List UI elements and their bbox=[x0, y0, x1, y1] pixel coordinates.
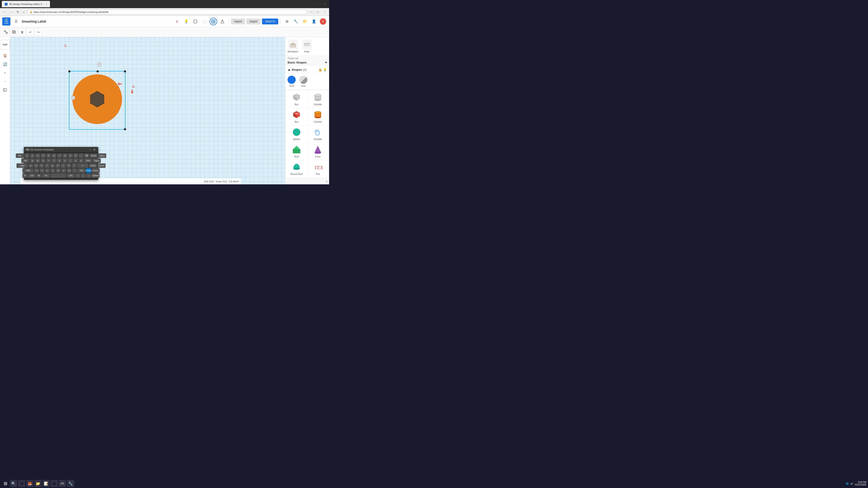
shape-icon[interactable] bbox=[191, 18, 199, 25]
keyboard-minimize[interactable]: ─ bbox=[88, 148, 92, 151]
key-enter[interactable]: ↵ bbox=[77, 163, 88, 168]
key-shift[interactable]: Shift bbox=[22, 168, 34, 173]
basic-shapes-dropdown[interactable]: ▾ bbox=[325, 61, 327, 64]
solid-type[interactable]: Solid bbox=[287, 76, 296, 87]
key-m[interactable]: m bbox=[67, 168, 72, 173]
key-win-l[interactable]: ⊞ bbox=[36, 173, 41, 178]
rotation-handle-right[interactable] bbox=[71, 96, 75, 100]
key-k[interactable]: k bbox=[66, 163, 71, 168]
key-1[interactable]: 1 bbox=[24, 153, 29, 158]
key-pause[interactable]: Pause bbox=[97, 163, 105, 168]
shape-item-sphere[interactable]: Sphere bbox=[286, 125, 307, 142]
key-3[interactable]: 3 bbox=[35, 153, 40, 158]
folder-btn[interactable]: 📁 bbox=[301, 18, 309, 25]
key-o[interactable]: o bbox=[73, 158, 78, 163]
undo-btn[interactable]: ↩ bbox=[27, 29, 34, 36]
key-a[interactable]: a bbox=[28, 163, 33, 168]
fit-all-btn[interactable] bbox=[1, 86, 8, 94]
key-minus[interactable]: - bbox=[79, 153, 84, 158]
key-r[interactable]: r bbox=[46, 158, 51, 163]
key-pgdn[interactable]: PgDn bbox=[93, 158, 101, 163]
key-g[interactable]: g bbox=[50, 163, 55, 168]
new-tab-btn[interactable]: + bbox=[51, 2, 55, 6]
redo-btn[interactable]: ↪ bbox=[35, 29, 42, 36]
tab-close-btn[interactable]: ✕ bbox=[45, 3, 47, 5]
key-u[interactable]: u bbox=[62, 158, 67, 163]
key-scrlk[interactable]: ScrLk bbox=[92, 168, 100, 173]
shape-item-cone[interactable]: Cone bbox=[307, 143, 328, 160]
hamburger-menu[interactable]: ☰ bbox=[12, 18, 20, 25]
key-insert[interactable]: Insert bbox=[89, 163, 97, 168]
bookmark-btn[interactable]: ☆ bbox=[315, 10, 320, 14]
apps-btn[interactable]: 🔧 bbox=[292, 18, 300, 25]
key-e[interactable]: e bbox=[41, 158, 46, 163]
key-options[interactable]: Options bbox=[92, 173, 100, 178]
user-btn[interactable]: 👤 bbox=[310, 18, 318, 25]
delete-btn[interactable]: 🗑 bbox=[19, 29, 26, 36]
key-ctrl-r[interactable]: Ctrl bbox=[67, 173, 75, 178]
minimize-btn[interactable]: ─ bbox=[312, 2, 316, 6]
key-tab[interactable]: Tab bbox=[21, 158, 29, 163]
handle-tr[interactable] bbox=[124, 70, 126, 72]
orange-cylinder[interactable] bbox=[72, 74, 122, 124]
shape-item-cylinder-gray[interactable]: Cylinder bbox=[307, 91, 328, 107]
key-8[interactable]: 8 bbox=[62, 153, 67, 158]
key-6[interactable]: 6 bbox=[52, 153, 57, 158]
key-y[interactable]: y bbox=[57, 158, 62, 163]
key-l[interactable]: l bbox=[72, 163, 76, 168]
handle-tl[interactable] bbox=[68, 70, 70, 72]
orbit-btn[interactable]: 🔄 bbox=[1, 61, 8, 68]
key-end[interactable]: End bbox=[84, 158, 92, 163]
address-bar[interactable]: 🔒 https://www.tinkercad.com/things/2bORP… bbox=[27, 9, 307, 14]
key-home[interactable]: Home bbox=[90, 153, 98, 158]
home-view-btn[interactable]: 🏠 bbox=[1, 52, 8, 59]
key-s[interactable]: s bbox=[34, 163, 39, 168]
duplicate-btn[interactable] bbox=[10, 29, 18, 36]
key-b[interactable]: b bbox=[56, 168, 61, 173]
shape-item-text[interactable]: TEXT Text bbox=[307, 160, 328, 177]
key-esc[interactable]: Esc bbox=[16, 153, 24, 158]
profile-btn[interactable]: S bbox=[319, 18, 327, 25]
shape-item-scribble[interactable]: Scribble bbox=[307, 125, 328, 142]
key-backspace[interactable]: ⌫ bbox=[84, 153, 89, 158]
key-t[interactable]: t bbox=[52, 158, 57, 163]
key-left[interactable]: ← bbox=[75, 173, 80, 178]
key-alt[interactable]: Alt bbox=[42, 173, 50, 178]
hidden-icon[interactable] bbox=[200, 18, 208, 25]
snap-grid-value[interactable]: 1.0 mm ▾ bbox=[228, 180, 239, 183]
keyboard-widget[interactable]: ⌨ On-Screen Keyboard ─ ✕ Esc 1 2 3 bbox=[24, 147, 98, 180]
key-prtscn[interactable]: PrtScn bbox=[86, 168, 91, 173]
extensions-btn[interactable]: ⋯ bbox=[309, 10, 314, 14]
key-0[interactable]: 0 bbox=[73, 153, 78, 158]
key-w[interactable]: w bbox=[35, 158, 40, 163]
key-n[interactable]: n bbox=[61, 168, 66, 173]
shape-item-box-gray[interactable]: Box bbox=[286, 91, 307, 107]
active-tab[interactable]: 🟦 3D design Smashing Lahdi | T... ✕ bbox=[2, 1, 50, 7]
light-icon[interactable]: 💡 bbox=[182, 18, 190, 25]
key-right[interactable]: → bbox=[86, 173, 91, 178]
key-5[interactable]: 5 bbox=[46, 153, 51, 158]
key-i[interactable]: i bbox=[68, 158, 73, 163]
close-btn[interactable]: ✕ bbox=[322, 2, 327, 6]
key-down[interactable]: ↓ bbox=[81, 173, 86, 178]
lock-shapes-btn[interactable]: 🔒 bbox=[318, 68, 322, 71]
keyboard-close[interactable]: ✕ bbox=[93, 148, 96, 151]
key-j[interactable]: j bbox=[61, 163, 66, 168]
snap-icon[interactable] bbox=[219, 18, 226, 25]
key-pgup[interactable]: PgUp bbox=[98, 153, 106, 158]
key-v[interactable]: v bbox=[51, 168, 55, 173]
key-4[interactable]: 4 bbox=[41, 153, 46, 158]
shape-item-cylinder-orange[interactable]: Cylinder bbox=[307, 108, 328, 125]
key-p[interactable]: p bbox=[79, 158, 84, 163]
send-to-btn[interactable]: Send To bbox=[262, 19, 278, 24]
home-btn[interactable]: ⌂ bbox=[22, 10, 26, 14]
key-7[interactable]: 7 bbox=[57, 153, 62, 158]
key-fn[interactable]: Fn bbox=[22, 173, 27, 178]
grid-view-btn[interactable]: ⊞ bbox=[283, 18, 291, 25]
key-up[interactable]: ↑ bbox=[72, 168, 77, 173]
hole-type[interactable]: Hole bbox=[299, 76, 307, 87]
rotation-handle-top[interactable] bbox=[97, 62, 101, 66]
ruler-btn[interactable]: Ruler bbox=[302, 39, 312, 53]
key-f[interactable]: f bbox=[44, 163, 50, 168]
key-space[interactable] bbox=[51, 173, 66, 178]
